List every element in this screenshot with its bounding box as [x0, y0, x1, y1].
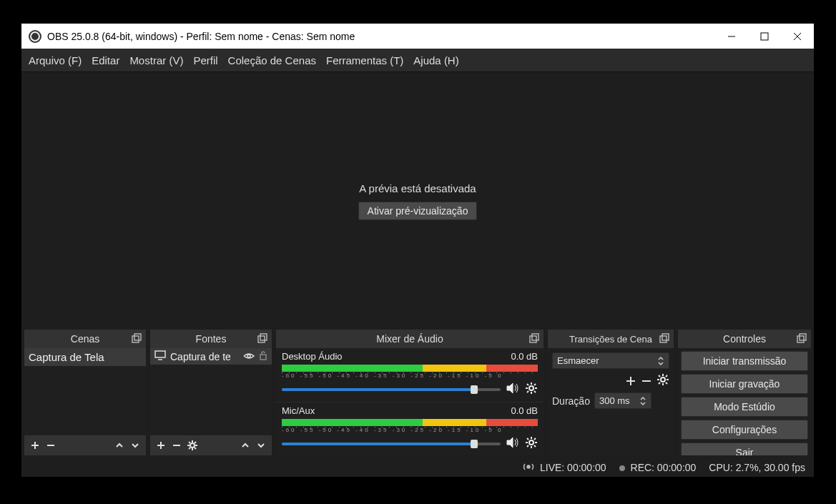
window-title: OBS 25.0.8 (64-bit, windows) - Perfil: S… — [47, 31, 355, 42]
volume-slider[interactable] — [282, 388, 501, 391]
speaker-icon[interactable] — [506, 437, 519, 451]
controls-dock: Controles Iniciar transmissão Iniciar gr… — [678, 330, 811, 455]
controls-header: Controles — [678, 330, 811, 348]
popout-icon[interactable] — [659, 333, 669, 343]
popout-icon[interactable] — [257, 333, 267, 343]
add-source-button[interactable] — [156, 440, 166, 450]
scene-item[interactable]: Captura de Tela — [24, 348, 146, 366]
studio-mode-button[interactable]: Modo Estúdio — [681, 397, 808, 417]
svg-point-65 — [527, 465, 530, 468]
controls-title: Controles — [723, 333, 766, 345]
broadcast-icon — [523, 462, 534, 473]
add-scene-button[interactable] — [30, 440, 40, 450]
svg-rect-14 — [260, 355, 266, 360]
svg-line-62 — [659, 382, 660, 384]
scenes-dock: Cenas Captura de Tela — [24, 330, 146, 455]
svg-line-46 — [534, 445, 536, 447]
menu-mostrar[interactable]: Mostrar (V) — [129, 54, 183, 66]
sources-header: Fontes — [150, 330, 272, 348]
svg-point-18 — [190, 443, 195, 448]
svg-rect-11 — [155, 351, 165, 357]
settings-button[interactable]: Configurações — [681, 420, 808, 440]
popout-icon[interactable] — [132, 333, 142, 343]
start-record-button[interactable]: Iniciar gravação — [681, 374, 808, 394]
maximize-button[interactable] — [748, 24, 781, 49]
exit-button[interactable]: Sair — [681, 443, 808, 455]
svg-rect-5 — [134, 334, 141, 340]
speaker-icon[interactable] — [506, 382, 519, 397]
menu-ferramentas[interactable]: Ferramentas (T) — [326, 54, 403, 66]
remove-source-button[interactable] — [172, 440, 182, 450]
meter-ticks: -60 -55 -50 -45 -40 -35 -30 -25 -20 -15 … — [282, 427, 538, 433]
duration-input[interactable]: 300 ms — [594, 392, 651, 409]
source-up-button[interactable] — [240, 440, 250, 450]
menu-colecao[interactable]: Coleção de Cenas — [228, 54, 316, 66]
menu-arquivo[interactable]: Arquivo (F) — [29, 54, 82, 66]
status-rec: REC: 00:00:00 — [619, 462, 697, 473]
gear-icon[interactable] — [656, 373, 669, 388]
svg-rect-28 — [532, 334, 539, 340]
source-item[interactable]: Captura de te — [150, 348, 272, 365]
svg-line-23 — [189, 442, 190, 443]
svg-marker-39 — [507, 438, 513, 448]
svg-rect-1 — [761, 33, 768, 40]
add-transition-button[interactable] — [625, 375, 636, 387]
status-cpu: CPU: 2.7%, 30.00 fps — [709, 462, 805, 473]
channel-name: Desktop Áudio — [282, 351, 343, 362]
lock-icon[interactable] — [259, 350, 267, 362]
volume-slider[interactable] — [282, 443, 501, 445]
svg-rect-63 — [797, 336, 804, 342]
preview-area: A prévia está desativada Ativar pré-vizu… — [21, 72, 814, 330]
display-capture-icon — [154, 350, 166, 362]
svg-rect-64 — [800, 334, 806, 340]
svg-line-47 — [534, 438, 536, 440]
gear-icon[interactable] — [525, 382, 538, 397]
record-dot-icon — [619, 465, 625, 471]
scene-up-button[interactable] — [114, 440, 124, 450]
remove-scene-button[interactable] — [46, 440, 56, 450]
svg-line-45 — [527, 438, 528, 440]
docks-row: Cenas Captura de Tela Fontes — [21, 330, 814, 458]
svg-rect-50 — [662, 334, 669, 340]
svg-line-60 — [666, 382, 667, 384]
mixer-header: Mixer de Áudio — [276, 330, 544, 348]
popout-icon[interactable] — [797, 333, 807, 343]
minimize-button[interactable] — [715, 24, 748, 49]
svg-point-40 — [529, 440, 533, 445]
popout-icon[interactable] — [529, 333, 539, 343]
menu-editar[interactable]: Editar — [92, 54, 119, 66]
transition-select[interactable]: Esmaecer — [552, 352, 669, 369]
duration-value: 300 ms — [599, 395, 630, 406]
visibility-icon[interactable] — [243, 351, 255, 362]
svg-point-54 — [661, 377, 665, 382]
source-name: Captura de te — [170, 351, 239, 362]
remove-transition-button[interactable] — [641, 375, 652, 387]
svg-line-38 — [527, 391, 528, 392]
svg-marker-29 — [507, 383, 513, 393]
titlebar: OBS 25.0.8 (64-bit, windows) - Perfil: S… — [21, 24, 814, 49]
transitions-dock: Transições de Cena Esmaecer Duração 300 … — [548, 330, 674, 455]
audio-meter — [282, 419, 538, 426]
svg-line-25 — [195, 442, 196, 443]
source-settings-button[interactable] — [187, 440, 197, 450]
source-down-button[interactable] — [256, 440, 266, 450]
scene-down-button[interactable] — [130, 440, 140, 450]
start-stream-button[interactable]: Iniciar transmissão — [681, 351, 808, 371]
svg-line-48 — [527, 445, 528, 447]
enable-preview-button[interactable]: Ativar pré-vizualização — [358, 202, 478, 220]
svg-point-13 — [247, 355, 250, 357]
statusbar: LIVE: 00:00:00 REC: 00:00:00 CPU: 2.7%, … — [21, 458, 814, 477]
obs-logo-icon — [29, 30, 41, 43]
menubar: Arquivo (F) Editar Mostrar (V) Perfil Co… — [21, 49, 814, 72]
svg-line-35 — [527, 384, 528, 385]
gear-icon[interactable] — [525, 436, 538, 452]
transition-selected: Esmaecer — [557, 355, 599, 366]
menu-perfil[interactable]: Perfil — [193, 54, 217, 66]
svg-line-26 — [189, 448, 190, 449]
menu-ajuda[interactable]: Ajuda (H) — [413, 54, 458, 66]
close-button[interactable] — [781, 24, 814, 49]
preview-disabled-text: A prévia está desativada — [359, 182, 476, 194]
status-live: LIVE: 00:00:00 — [523, 462, 606, 473]
svg-rect-49 — [660, 336, 667, 342]
svg-point-30 — [529, 386, 533, 390]
